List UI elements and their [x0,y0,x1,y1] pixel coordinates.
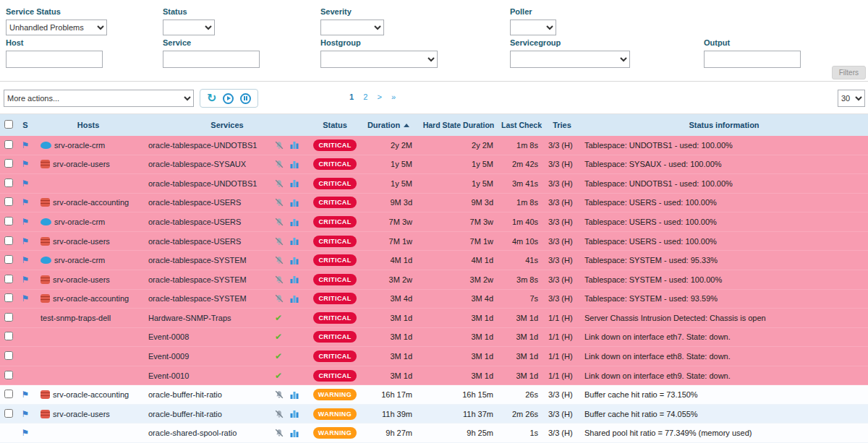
performance-chart-icon[interactable] [290,218,299,226]
service-name[interactable]: oracle-tablespace-UNDOTBS1 [148,179,257,188]
play-icon[interactable] [223,93,234,104]
host-name[interactable]: srv-oracle-crm [54,256,105,264]
host-name[interactable]: srv-oracle-users [53,237,110,246]
last-check: 1s [499,429,544,437]
more-actions-select[interactable]: More actions... [4,90,194,107]
pause-icon[interactable] [240,93,251,104]
row-checkbox[interactable] [4,390,13,398]
last-page-link[interactable]: » [391,93,396,101]
row-checkbox[interactable] [4,217,13,225]
last-check: 2m 42s [499,160,544,168]
row-checkbox[interactable] [4,332,13,340]
service-name[interactable]: oracle-shared-spool-ratio [148,429,237,437]
last-check: 4m 10s [499,237,544,246]
col-header-tries[interactable]: Tries [544,121,580,129]
status-select[interactable] [163,20,215,35]
service-name[interactable]: oracle-tablespace-USERS [148,218,241,226]
host-name[interactable]: srv-oracle-users [53,160,110,168]
performance-chart-icon[interactable] [290,295,299,303]
service-name[interactable]: oracle-tablespace-USERS [148,198,241,207]
service-name[interactable]: oracle-tablespace-UNDOTBS1 [148,141,257,150]
col-header-s[interactable]: S [17,121,33,129]
host-name[interactable]: srv-oracle-accounting [53,294,129,303]
output-input[interactable] [704,51,801,68]
servicegroup-select[interactable] [510,51,630,68]
service-name[interactable]: Event-0008 [148,332,189,341]
host-name[interactable]: srv-oracle-crm [54,141,105,150]
service-name[interactable]: oracle-tablespace-SYSTEM [148,275,247,284]
performance-chart-icon[interactable] [290,179,299,187]
col-header-services[interactable]: Services [143,121,311,129]
page-1-current[interactable]: 1 [349,93,354,101]
muted-bell-icon [275,237,284,246]
refresh-icon[interactable]: ↻ [207,93,216,104]
row-checkbox[interactable] [4,236,13,245]
service-name[interactable]: oracle-tablespace-SYSTEM [148,256,247,264]
tries: 3/3 (H) [544,294,580,303]
host-name[interactable]: test-snmp-traps-dell [41,314,111,322]
status-information: Link down on interface eth9. State: down… [580,371,868,380]
filters-button[interactable]: Filters [832,66,866,79]
select-all-checkbox[interactable] [4,120,13,129]
service-status-select[interactable]: Unhandled Problems [6,20,107,35]
last-check: 41s [499,256,544,264]
performance-chart-icon[interactable] [290,141,299,149]
hostgroup-select[interactable] [320,51,438,68]
row-checkbox[interactable] [4,197,13,206]
status-badge: CRITICAL [313,236,356,247]
host-name[interactable]: srv-oracle-crm [54,218,105,226]
row-checkbox[interactable] [4,371,13,379]
service-name[interactable]: oracle-tablespace-USERS [148,237,241,246]
performance-chart-icon[interactable] [290,410,299,418]
service-name[interactable]: Hardware-SNMP-Traps [148,314,231,322]
performance-chart-icon[interactable] [290,160,299,168]
table-row: ⚑ srv-oracle-users oracle-tablespace-SYS… [0,270,868,290]
poller-select[interactable] [510,20,556,35]
duration: 7M 1w [359,237,418,246]
severity-select[interactable] [320,20,384,35]
col-header-hosts[interactable]: Hosts [33,121,143,129]
row-checkbox[interactable] [4,275,13,283]
performance-chart-icon[interactable] [290,199,299,207]
col-header-hard-state-duration[interactable]: Hard State Duration [418,121,499,129]
page-size-select[interactable]: 30 [838,90,865,107]
service-table-body: ⚑ srv-oracle-crm oracle-tablespace-UNDOT… [0,136,868,443]
col-header-status[interactable]: Status [311,121,359,129]
row-checkbox[interactable] [4,179,13,187]
performance-chart-icon[interactable] [290,429,299,437]
page-2-link[interactable]: 2 [363,93,367,101]
row-checkbox[interactable] [4,313,13,322]
service-name[interactable]: oracle-tablespace-SYSAUX [148,160,246,168]
host-name[interactable]: srv-oracle-users [53,275,110,284]
status-information: Tablespace: UNDOTBS1 - used: 100.00% [580,141,868,150]
service-name[interactable]: Event-0009 [148,352,189,361]
status-badge: CRITICAL [313,139,356,151]
host-icon [41,410,50,418]
service-input[interactable] [163,51,260,68]
host-name[interactable]: srv-oracle-accounting [53,390,129,399]
hard-state-duration: 7M 1w [418,237,499,246]
service-label: Service [163,38,191,47]
row-checkbox[interactable] [4,293,13,302]
sort-ascending-icon [404,124,409,127]
table-row: ⚑ oracle-tablespace-UNDOTBS1 ✔ [0,174,868,194]
service-name[interactable]: oracle-buffer-hit-ratio [148,410,222,418]
service-name[interactable]: Event-0010 [148,371,189,380]
row-checkbox[interactable] [4,351,13,360]
performance-chart-icon[interactable] [290,391,299,399]
row-checkbox[interactable] [4,409,13,418]
performance-chart-icon[interactable] [290,275,299,283]
row-checkbox[interactable] [4,140,13,149]
host-name[interactable]: srv-oracle-accounting [53,198,129,207]
performance-chart-icon[interactable] [290,257,299,264]
host-input[interactable] [6,51,103,68]
host-name[interactable]: srv-oracle-users [53,410,110,418]
row-checkbox[interactable] [4,255,13,264]
col-header-last-check[interactable]: Last Check [499,121,544,129]
next-page-link[interactable]: > [377,93,381,101]
performance-chart-icon[interactable] [290,237,299,245]
service-name[interactable]: oracle-tablespace-SYSTEM [148,294,247,303]
service-name[interactable]: oracle-buffer-hit-ratio [148,390,222,399]
col-header-duration[interactable]: Duration [359,121,418,129]
row-checkbox[interactable] [4,159,13,168]
